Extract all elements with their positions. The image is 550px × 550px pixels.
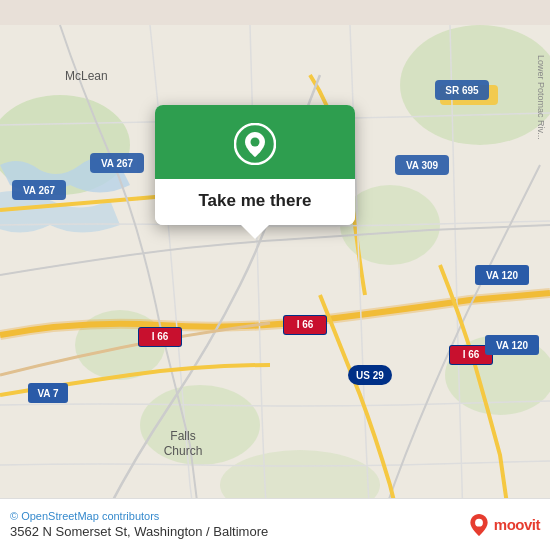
svg-text:VA 309: VA 309 [406,160,439,171]
svg-text:VA 267: VA 267 [101,158,134,169]
osm-copyright: © [10,510,18,522]
map-background: McLean VA 267 VA 267 SR 695 VA 309 I 66 … [0,0,550,550]
svg-text:VA 120: VA 120 [496,340,529,351]
svg-text:I 66: I 66 [463,349,480,360]
address-text: 3562 N Somerset St, Washington / Baltimo… [10,524,468,539]
bottom-bar: © OpenStreetMap contributors 3562 N Some… [0,498,550,550]
moovit-brand-text: moovit [494,516,540,533]
moovit-pin-icon [468,514,490,536]
popup-tail [241,225,269,239]
map-container: McLean VA 267 VA 267 SR 695 VA 309 I 66 … [0,0,550,550]
popup-header [155,105,355,179]
svg-text:US 29: US 29 [356,370,384,381]
svg-text:Church: Church [164,444,203,458]
svg-text:VA 120: VA 120 [486,270,519,281]
svg-point-40 [475,518,483,526]
svg-text:VA 267: VA 267 [23,185,56,196]
svg-text:I 66: I 66 [152,331,169,342]
moovit-logo: moovit [468,514,540,536]
svg-text:Lower Potomac Riv...: Lower Potomac Riv... [536,55,546,140]
osm-link[interactable]: OpenStreetMap contributors [21,510,159,522]
svg-text:VA 7: VA 7 [37,388,59,399]
take-me-there-button[interactable]: Take me there [155,179,355,225]
svg-text:McLean: McLean [65,69,108,83]
svg-text:Falls: Falls [170,429,195,443]
svg-text:SR 695: SR 695 [445,85,479,96]
svg-text:I 66: I 66 [297,319,314,330]
osm-credit: © OpenStreetMap contributors [10,510,468,522]
svg-point-39 [251,138,260,147]
location-pin-icon [234,123,276,165]
location-popup: Take me there [155,105,355,225]
